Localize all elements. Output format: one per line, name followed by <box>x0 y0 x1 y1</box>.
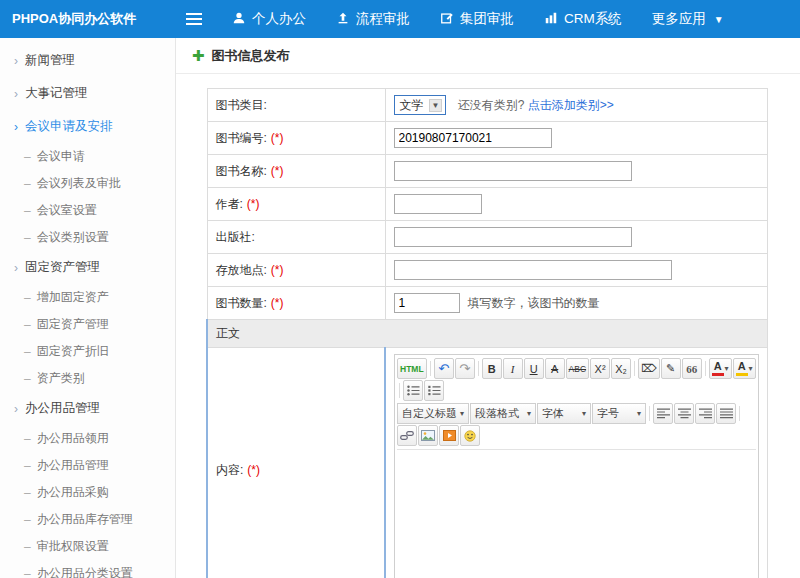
nav-personal-office[interactable]: 个人办公 <box>232 10 306 28</box>
link-icon <box>400 430 414 441</box>
underline-button[interactable]: U <box>524 358 544 379</box>
sidebar-item-supplies-claim[interactable]: –办公用品领用 <box>0 425 175 452</box>
align-left-button[interactable] <box>653 403 673 424</box>
sidebar-item-meeting-category[interactable]: –会议类别设置 <box>0 224 175 251</box>
location-label: 存放地点: <box>216 263 267 277</box>
sidebar-item-meeting-room[interactable]: –会议室设置 <box>0 197 175 224</box>
remove-format-button[interactable]: ⌦ <box>638 358 660 379</box>
main-nav: 个人办公 流程审批 集团审批 CRM系统 更多应用 ▼ <box>232 10 724 28</box>
user-icon <box>232 11 246 28</box>
dash-icon: – <box>24 432 31 446</box>
insert-media-button[interactable] <box>439 425 459 446</box>
editor-toolbar-row2: 自定义标题▾ 段落格式▾ 字体▾ 字号▾ <box>397 402 756 447</box>
sidebar-item-news[interactable]: ›新闻管理 <box>0 44 175 77</box>
align-justify-button[interactable] <box>716 403 736 424</box>
dash-icon: – <box>24 513 31 527</box>
quantity-input[interactable] <box>394 293 460 313</box>
emoticon-button[interactable] <box>460 425 480 446</box>
custom-title-select[interactable]: 自定义标题▾ <box>397 403 469 424</box>
book-number-input[interactable] <box>394 128 552 148</box>
toolbar-separator <box>478 361 479 376</box>
strikethrough-button[interactable]: A <box>545 358 565 379</box>
topbar: PHPOA协同办公软件 个人办公 流程审批 集团审批 CRM系统 更多应用 ▼ <box>0 0 800 38</box>
sidebar-item-meeting[interactable]: ›会议申请及安排 <box>0 110 175 143</box>
font-color-button[interactable]: A▾ <box>709 358 732 379</box>
sidebar-item-memorabilia[interactable]: ›大事记管理 <box>0 77 175 110</box>
undo-button[interactable]: ↶ <box>434 358 454 379</box>
sidebar-item-asset-category[interactable]: –资产类别 <box>0 365 175 392</box>
sidebar-item-supplies-stock[interactable]: –办公用品库存管理 <box>0 506 175 533</box>
spellcheck-button[interactable]: ABC <box>566 358 589 379</box>
dash-icon: – <box>24 291 31 305</box>
add-category-link[interactable]: 点击添加类别>> <box>528 98 614 112</box>
align-left-icon <box>657 408 670 419</box>
editor-content-area[interactable] <box>397 449 756 578</box>
dash-icon: – <box>24 177 31 191</box>
book-name-input[interactable] <box>394 161 632 181</box>
form-row-publisher: 出版社: <box>207 221 768 254</box>
align-right-icon <box>699 408 712 419</box>
sidebar-item-supplies-purchase[interactable]: –办公用品采购 <box>0 479 175 506</box>
form-row-location: 存放地点:(*) <box>207 254 768 287</box>
redo-button[interactable]: ↷ <box>455 358 475 379</box>
sidebar: ›新闻管理 ›大事记管理 ›会议申请及安排 –会议申请 –会议列表及审批 –会议… <box>0 38 176 578</box>
sidebar-item-asset-depreciation[interactable]: –固定资产折旧 <box>0 338 175 365</box>
sidebar-item-supplies-manage[interactable]: –办公用品管理 <box>0 452 175 479</box>
toolbar-separator <box>649 406 650 421</box>
toolbar-separator <box>634 361 635 376</box>
html-source-button[interactable]: HTML <box>397 358 427 379</box>
insert-image-button[interactable] <box>418 425 438 446</box>
caret-down-icon: ▼ <box>714 14 724 25</box>
form-section-body: 正文 <box>207 320 768 348</box>
toolbar-separator <box>430 361 431 376</box>
bold-button[interactable]: B <box>482 358 502 379</box>
chevron-right-icon: › <box>14 54 18 68</box>
font-size-select[interactable]: 字号▾ <box>592 403 646 424</box>
superscript-button[interactable]: X² <box>590 358 610 379</box>
category-select[interactable]: 文学 ▼ <box>394 95 447 115</box>
sidebar-item-supplies[interactable]: ›办公用品管理 <box>0 392 175 425</box>
highlight-color-button[interactable]: A▾ <box>733 358 756 379</box>
italic-button[interactable]: I <box>503 358 523 379</box>
app-logo: PHPOA协同办公软件 <box>0 10 176 28</box>
font-family-select[interactable]: 字体▾ <box>537 403 591 424</box>
dash-icon: – <box>24 150 31 164</box>
author-input[interactable] <box>394 194 482 214</box>
sidebar-item-meeting-apply[interactable]: –会议申请 <box>0 143 175 170</box>
ordered-list-icon <box>428 385 441 396</box>
number-label: 图书编号: <box>216 131 267 145</box>
hamburger-menu-icon[interactable] <box>186 10 202 28</box>
dash-icon: – <box>24 345 31 359</box>
nav-process-approval[interactable]: 流程审批 <box>336 10 410 28</box>
bullet-list-button[interactable] <box>403 380 423 401</box>
align-center-button[interactable] <box>674 403 694 424</box>
smiley-icon <box>464 430 476 442</box>
location-input[interactable] <box>394 260 672 280</box>
sidebar-item-asset-add[interactable]: –增加固定资产 <box>0 284 175 311</box>
dash-icon: – <box>24 318 31 332</box>
format-painter-button[interactable]: ✎ <box>661 358 681 379</box>
align-center-icon <box>678 408 691 419</box>
media-icon <box>443 430 456 441</box>
sidebar-item-asset-manage[interactable]: –固定资产管理 <box>0 311 175 338</box>
paragraph-format-select[interactable]: 段落格式▾ <box>470 403 536 424</box>
subscript-button[interactable]: X₂ <box>611 358 631 379</box>
ordered-list-button[interactable] <box>424 380 444 401</box>
caret-down-icon: ▾ <box>527 409 531 418</box>
sidebar-item-assets[interactable]: ›固定资产管理 <box>0 251 175 284</box>
sidebar-item-meeting-list[interactable]: –会议列表及审批 <box>0 170 175 197</box>
nav-group-approval[interactable]: 集团审批 <box>440 10 514 28</box>
publisher-input[interactable] <box>394 227 632 247</box>
form-row-content: 内容:(*) HTML ↶ ↷ B I U A A <box>207 348 768 578</box>
quantity-hint: 填写数字，该图书的数量 <box>468 296 600 310</box>
nav-more-apps[interactable]: 更多应用 ▼ <box>652 10 724 28</box>
sidebar-item-supplies-category[interactable]: –办公用品分类设置 <box>0 560 175 578</box>
publisher-label: 出版社: <box>216 230 255 244</box>
sidebar-item-approval-permission[interactable]: –审批权限设置 <box>0 533 175 560</box>
blockquote-button[interactable]: 66 <box>682 358 702 379</box>
nav-crm-system[interactable]: CRM系统 <box>544 10 622 28</box>
align-right-button[interactable] <box>695 403 715 424</box>
caret-down-icon: ▾ <box>725 364 729 373</box>
link-button[interactable] <box>397 425 417 446</box>
toolbar-separator <box>705 361 706 376</box>
